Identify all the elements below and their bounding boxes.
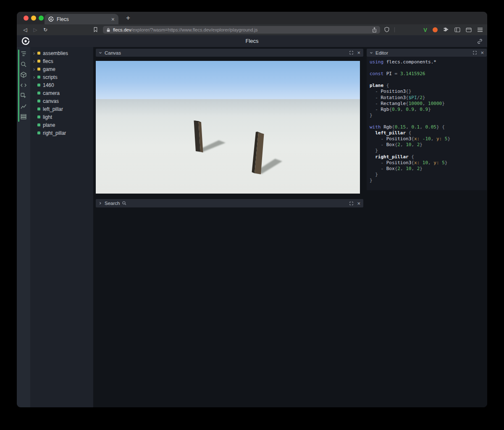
code-line — [370, 118, 484, 124]
entity-square-icon — [37, 131, 40, 134]
tab-bar: Flecs × + — [17, 12, 487, 24]
editor-code[interactable]: using flecs.components.* const PI = 3.14… — [367, 57, 487, 190]
stats-chart-icon[interactable] — [20, 103, 27, 110]
close-icon[interactable]: × — [357, 50, 360, 55]
main-area: Canvas × — [93, 47, 487, 407]
query-tree-icon[interactable] — [20, 50, 27, 57]
chevron-down-icon[interactable] — [370, 51, 373, 55]
shield-icon[interactable] — [384, 27, 389, 32]
expand-icon[interactable] — [473, 51, 477, 55]
tree-item-assemblies[interactable]: ›assemblies — [30, 49, 93, 57]
tree-item-left_pillar[interactable]: left_pillar — [30, 105, 93, 113]
tables-rows-icon[interactable] — [20, 113, 27, 120]
ground-plane — [96, 99, 360, 194]
editor-panel-header[interactable]: Editor × — [367, 49, 487, 57]
tab-close-icon[interactable]: × — [111, 16, 115, 22]
browser-tab-flecs[interactable]: Flecs × — [45, 14, 118, 24]
toolbar-divider — [394, 27, 395, 32]
module-square-icon — [37, 68, 40, 71]
orange-extension-icon[interactable] — [433, 27, 438, 32]
panel-title: Editor — [375, 50, 388, 55]
code-line: using flecs.components.* — [370, 59, 484, 65]
expand-chevron-icon[interactable]: › — [33, 67, 37, 72]
url-path: /explorer/?wasm=https://www.flecs.dev/ex… — [131, 27, 257, 32]
code-line: - Position3{x: 10, y: 5} — [370, 160, 484, 166]
code-line — [370, 65, 484, 71]
address-bar[interactable]: flecs.dev/explorer/?wasm=https://www.fle… — [103, 26, 380, 34]
flecs-favicon — [48, 16, 54, 22]
canvas-3d-viewport[interactable] — [96, 61, 360, 194]
window-zoom-button[interactable] — [39, 16, 44, 21]
code-line: - Rgb{0.9, 0.9, 0.9} — [370, 107, 484, 113]
tree-item-1460[interactable]: 1460 — [30, 81, 93, 89]
url-text: flecs.dev/explorer/?wasm=https://www.fle… — [113, 27, 258, 32]
tree-item-flecs[interactable]: ›flecs — [30, 57, 93, 65]
code-line: left_pillar { — [370, 130, 484, 136]
expand-chevron-icon[interactable]: › — [33, 75, 37, 80]
close-icon[interactable]: × — [480, 50, 484, 55]
extensions-puzzle-icon[interactable] — [443, 27, 449, 33]
wallet-icon[interactable] — [466, 27, 472, 32]
magnifier-icon — [122, 201, 126, 205]
new-tab-button[interactable]: + — [123, 13, 134, 24]
tree-item-label: camera — [43, 90, 60, 96]
module-square-icon — [37, 60, 40, 63]
entity-square-icon — [37, 123, 40, 126]
tree-item-label: right_pillar — [43, 130, 66, 136]
chevron-down-icon[interactable] — [99, 51, 102, 55]
tree-item-right_pillar[interactable]: right_pillar — [30, 129, 93, 137]
v-extension-icon[interactable]: V — [423, 27, 427, 33]
code-line: } — [370, 178, 484, 184]
search-icon[interactable] — [20, 61, 27, 68]
code-line: with Rgb{0.15, 0.1, 0.05} { — [370, 124, 484, 130]
expand-icon[interactable] — [349, 51, 353, 55]
tree-item-label: light — [43, 114, 52, 120]
entities-cube-icon[interactable] — [20, 71, 27, 78]
canvas-panel-header[interactable]: Canvas × — [96, 49, 363, 57]
entity-square-icon — [37, 108, 40, 110]
tree-item-camera[interactable]: camera — [30, 89, 93, 97]
tree-item-plane[interactable]: plane — [30, 121, 93, 129]
tree-item-game[interactable]: ›game — [30, 65, 93, 73]
sidebar-toggle-icon[interactable] — [454, 27, 460, 32]
expand-chevron-icon[interactable]: › — [33, 51, 37, 56]
tree-item-label: plane — [43, 122, 55, 128]
tree-item-canvas[interactable]: canvas — [30, 97, 93, 105]
entity-square-icon — [37, 84, 40, 87]
expand-icon[interactable] — [349, 202, 353, 205]
tab-title: Flecs — [57, 16, 108, 22]
browser-window: Flecs × + ◁ ▷ ↻ flecs.dev/explorer/?wasm… — [17, 12, 487, 407]
back-button[interactable]: ◁ — [20, 27, 30, 33]
code-icon[interactable] — [20, 82, 27, 89]
extension-icons: V — [423, 24, 483, 35]
tree-item-scripts[interactable]: ›scripts — [30, 73, 93, 81]
tree-item-light[interactable]: light — [30, 113, 93, 121]
tree-item-label: 1460 — [43, 82, 54, 88]
share-link-icon[interactable] — [477, 39, 483, 44]
code-line: - Box{2, 10, 2} — [370, 142, 484, 148]
left-icon-strip — [17, 47, 30, 407]
reload-button[interactable]: ↻ — [40, 27, 50, 33]
entity-square-icon — [37, 92, 40, 94]
window-minimize-button[interactable] — [31, 16, 36, 21]
expand-chevron-icon[interactable]: › — [33, 59, 37, 64]
bookmarks-icon[interactable] — [93, 27, 98, 32]
inspect-cursor-icon[interactable] — [20, 92, 27, 99]
entity-square-icon — [37, 100, 40, 102]
chevron-right-icon[interactable] — [99, 202, 102, 205]
code-line: } — [370, 113, 484, 118]
share-icon[interactable] — [372, 27, 377, 33]
code-line: right_pillar { — [370, 154, 484, 160]
strip-icons — [17, 50, 30, 120]
tree-item-label: flecs — [43, 58, 53, 64]
sky — [96, 61, 360, 99]
forward-button[interactable]: ▷ — [30, 27, 40, 33]
close-icon[interactable]: × — [357, 201, 360, 206]
code-line: - Box{2, 10, 2} — [370, 166, 484, 172]
search-panel-header[interactable]: Search × — [96, 199, 363, 207]
window-close-button[interactable] — [24, 16, 29, 21]
code-line: - Rectangle{10000, 10000} — [370, 101, 484, 107]
tree-item-label: scripts — [43, 74, 58, 80]
canvas-3d-scene — [96, 61, 360, 194]
menu-hamburger-icon[interactable] — [477, 27, 483, 32]
